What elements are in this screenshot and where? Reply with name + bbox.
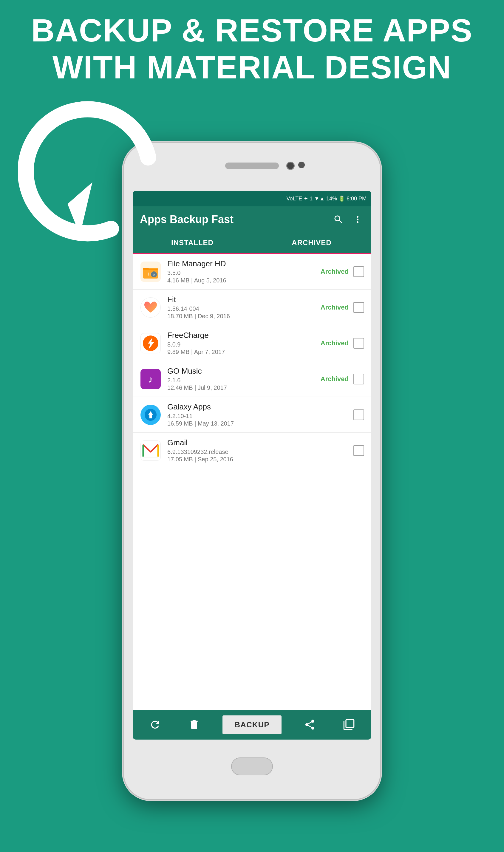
backup-button[interactable]: BACKUP — [222, 715, 281, 734]
app-icon-gmail — [140, 440, 161, 461]
share-button[interactable] — [300, 714, 320, 735]
svg-rect-10 — [149, 414, 152, 418]
app-icon-gomusic: ♪ — [140, 368, 161, 390]
hero-title-line2: WITH MATERIAL DESIGN — [24, 49, 480, 86]
app-version: 2.1.6 — [167, 377, 321, 384]
app-checkbox[interactable] — [354, 302, 364, 313]
app-version: 6.9.133109232.release — [167, 449, 321, 455]
refresh-button[interactable] — [145, 714, 165, 735]
app-name: Galaxy Apps — [167, 402, 321, 412]
app-checkbox[interactable] — [354, 338, 364, 349]
app-size: 18.70 MB | Dec 9, 2016 — [167, 313, 321, 320]
phone-front-camera — [286, 162, 295, 170]
app-size: 4.16 MB | Aug 5, 2016 — [167, 277, 321, 284]
screen-content: VoLTE ✦ 1 ▼▲ 14% 🔋 6:00 PM Apps Backup F… — [133, 191, 371, 740]
list-item: Fit 1.56.14-004 18.70 MB | Dec 9, 2016 A… — [133, 290, 371, 325]
svg-text:⚙: ⚙ — [153, 273, 155, 276]
archived-badge: Archived — [321, 304, 349, 311]
phone-home-button[interactable] — [231, 758, 273, 775]
app-name: Fit — [167, 295, 321, 304]
app-info: Galaxy Apps 4.2.10-11 16.59 MB | May 13,… — [167, 402, 321, 427]
app-info: Fit 1.56.14-004 18.70 MB | Dec 9, 2016 — [167, 295, 321, 320]
app-list: HD ⚙ File Manager HD 3.5.0 4.16 MB | Aug… — [133, 254, 371, 710]
app-version: 1.56.14-004 — [167, 305, 321, 312]
archived-badge: Archived — [321, 447, 349, 454]
phone-sensor — [298, 162, 305, 168]
app-checkbox[interactable] — [354, 445, 364, 456]
app-info: GO Music 2.1.6 12.46 MB | Jul 9, 2017 — [167, 366, 321, 391]
restore-arrow-icon — [18, 95, 173, 251]
bottom-action-bar: BACKUP — [133, 710, 371, 740]
app-icon-fit — [140, 297, 161, 318]
delete-button[interactable] — [184, 714, 204, 735]
app-info: Gmail 6.9.133109232.release 17.05 MB | S… — [167, 438, 321, 463]
phone-screen: VoLTE ✦ 1 ▼▲ 14% 🔋 6:00 PM Apps Backup F… — [133, 191, 371, 740]
select-all-button[interactable] — [339, 714, 359, 735]
app-checkbox[interactable] — [354, 266, 364, 277]
more-vert-icon[interactable] — [351, 213, 364, 226]
app-size: 16.59 MB | May 13, 2017 — [167, 420, 321, 427]
app-info: FreeCharge 8.0.9 9.89 MB | Apr 7, 2017 — [167, 331, 321, 356]
app-icon-filemanager: HD ⚙ — [140, 261, 161, 283]
app-name: GO Music — [167, 366, 321, 376]
app-checkbox[interactable] — [354, 374, 364, 384]
archived-badge: Archived — [321, 375, 349, 383]
app-version: 8.0.9 — [167, 341, 321, 348]
svg-text:♪: ♪ — [148, 374, 153, 385]
archived-badge: Archived — [321, 268, 349, 275]
app-name: FreeCharge — [167, 331, 321, 340]
app-version: 3.5.0 — [167, 270, 321, 276]
hero-title-line1: BACKUP & RESTORE APPS — [24, 12, 480, 49]
app-icon-galaxy — [140, 404, 161, 425]
archived-badge: Archived — [321, 339, 349, 347]
status-bar-text: VoLTE ✦ 1 ▼▲ 14% 🔋 6:00 PM — [287, 195, 366, 202]
app-checkbox[interactable] — [354, 410, 364, 420]
hero-title: BACKUP & RESTORE APPS WITH MATERIAL DESI… — [0, 12, 504, 86]
list-item: ♪ GO Music 2.1.6 12.46 MB | Jul 9, 2017 … — [133, 361, 371, 397]
app-name: File Manager HD — [167, 259, 321, 268]
archived-badge: Archived — [321, 411, 349, 419]
list-item: HD ⚙ File Manager HD 3.5.0 4.16 MB | Aug… — [133, 254, 371, 290]
list-item: Gmail 6.9.133109232.release 17.05 MB | S… — [133, 433, 371, 468]
list-item: Galaxy Apps 4.2.10-11 16.59 MB | May 13,… — [133, 397, 371, 433]
app-size: 12.46 MB | Jul 9, 2017 — [167, 384, 321, 391]
app-icon-freecharge — [140, 332, 161, 354]
list-item: FreeCharge 8.0.9 9.89 MB | Apr 7, 2017 A… — [133, 325, 371, 361]
app-name: Gmail — [167, 438, 321, 447]
app-size: 9.89 MB | Apr 7, 2017 — [167, 349, 321, 356]
phone-speaker — [225, 163, 279, 169]
app-info: File Manager HD 3.5.0 4.16 MB | Aug 5, 2… — [167, 259, 321, 284]
app-version: 4.2.10-11 — [167, 413, 321, 420]
tab-archived[interactable]: ARCHIVED — [252, 233, 371, 253]
app-size: 17.05 MB | Sep 25, 2016 — [167, 456, 321, 463]
search-icon[interactable] — [332, 213, 345, 226]
